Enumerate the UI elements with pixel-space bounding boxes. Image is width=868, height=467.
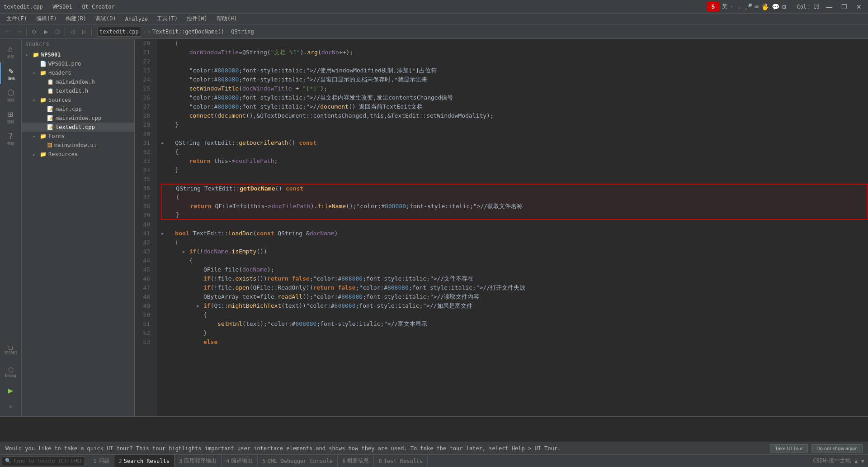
- activity-item-run-bottom[interactable]: ▶: [0, 381, 22, 399]
- activity-item-debug[interactable]: ⬡ 调试: [0, 84, 22, 106]
- activity-item-debug2[interactable]: ⬡ Debug: [0, 363, 22, 381]
- tree-item[interactable]: ▾📁Sources: [22, 95, 134, 105]
- tab-num: 2: [119, 458, 122, 464]
- bottom-tab-8[interactable]: 8Test Results: [374, 455, 428, 467]
- toolbar-run-btn[interactable]: ▶: [40, 26, 51, 37]
- project-label: 项目: [7, 119, 14, 124]
- toolbar-next-btn[interactable]: ▷: [79, 26, 90, 37]
- bottom-tab-2[interactable]: 2Search Results: [114, 455, 175, 467]
- activity-item-warning[interactable]: ⚠: [0, 399, 22, 413]
- activity-item-edit[interactable]: ✎ 编辑: [0, 62, 22, 84]
- line-number: 41: [135, 229, 154, 238]
- tab-label: Search Results: [124, 458, 170, 464]
- tree-item[interactable]: 📝mainwindow.cpp: [22, 114, 134, 123]
- search-placeholder: Type to locate (Ctrl+K): [13, 458, 82, 464]
- tree-arrow: ▾: [33, 98, 38, 103]
- activity-item-project[interactable]: ⊞ 项目: [0, 106, 22, 128]
- search-icon: 🔍: [5, 458, 11, 464]
- toolbar-prev-btn[interactable]: ◁: [67, 26, 78, 37]
- bottom-tab-1[interactable]: 1问题: [89, 455, 114, 467]
- tab-num: 8: [378, 458, 382, 464]
- menu-item[interactable]: 文件(F): [2, 14, 32, 24]
- tree-item[interactable]: ▾📁WPS001: [22, 50, 134, 59]
- breadcrumb-close-btn[interactable]: ✕: [148, 29, 151, 34]
- line-number: 31: [135, 138, 154, 148]
- tree-icon: 📝: [47, 106, 54, 112]
- forward-btn[interactable]: →: [14, 26, 24, 37]
- breadcrumb-file[interactable]: textedit.cpp: [97, 27, 141, 37]
- tree-label: mainwindow.cpp: [56, 115, 101, 121]
- line-number: 50: [135, 310, 154, 319]
- line-number: 39: [135, 211, 154, 220]
- line-number: 51: [135, 319, 154, 329]
- menu-item[interactable]: Analyze: [121, 14, 153, 24]
- welcome-icon: ⌂: [8, 44, 13, 54]
- tree-item[interactable]: ▾📁Forms: [22, 132, 134, 141]
- menu-item[interactable]: 帮助(H): [212, 14, 242, 24]
- wps-lang[interactable]: 英: [722, 3, 727, 10]
- debug-label: 调试: [7, 98, 14, 103]
- breadcrumb-method[interactable]: TextEdit::getDocName(): [152, 29, 224, 35]
- code-line: ▸ bool TextEdit::loadDoc(const QString &…: [161, 229, 868, 238]
- tree-icon: 📁: [40, 133, 47, 139]
- code-editor[interactable]: 2021222324252627282930313233343536373839…: [135, 39, 868, 416]
- code-line: {: [161, 310, 868, 319]
- tree-item[interactable]: ▸📁Resources: [22, 150, 134, 159]
- code-line: {: [161, 148, 868, 157]
- code-line: return this->docFilePath;: [161, 157, 868, 166]
- activity-item-help[interactable]: ? 帮助: [0, 128, 22, 149]
- tree-item[interactable]: 📝textedit.cpp: [22, 123, 134, 132]
- wps-grid-icon[interactable]: ⊞: [782, 3, 786, 10]
- wps-punct: ·: [730, 4, 733, 10]
- edit-label: 编辑: [8, 76, 15, 81]
- menu-item[interactable]: 控件(W): [182, 14, 212, 24]
- activity-item-ips001[interactable]: □ YPS001: [0, 336, 22, 363]
- win-minimize-btn[interactable]: —: [823, 2, 835, 11]
- app-window: textedit.cpp — WPS001 — Qt Creator S 英 ·…: [0, 0, 868, 467]
- breadcrumb-return[interactable]: QString: [231, 29, 254, 35]
- tree-item[interactable]: 🖼mainwindow.ui: [22, 141, 134, 150]
- menu-item[interactable]: 构建(B): [61, 14, 91, 24]
- wps-keyboard-icon[interactable]: ⌨: [755, 3, 759, 10]
- wps-mic-icon[interactable]: 🎤: [745, 3, 752, 10]
- line-number: 52: [135, 329, 154, 338]
- take-tour-btn[interactable]: Take UI Tour: [770, 444, 808, 453]
- title-bar-right: S 英 · ， 🎤 ⌨ 🖐 💬 ⊞ Col: 19 — ❐ ✕: [707, 2, 864, 12]
- tree-item[interactable]: ▾📁Headers: [22, 68, 134, 77]
- menu-item[interactable]: 编辑(E): [32, 14, 61, 24]
- line-number: 46: [135, 274, 154, 283]
- tour-message: Would you like to take a quick UI tour? …: [5, 445, 764, 452]
- back-btn[interactable]: ←: [2, 26, 13, 37]
- status-arrows[interactable]: ▲ ▼: [854, 458, 864, 464]
- tree-label: Sources: [48, 97, 71, 103]
- tree-label: WPS001: [41, 52, 61, 58]
- win-close-btn[interactable]: ✕: [854, 2, 864, 11]
- tree-item[interactable]: 📋textedit.h: [22, 86, 134, 95]
- bottom-tab-4[interactable]: 4编译输出: [222, 455, 258, 467]
- activity-item-welcome[interactable]: ⌂ 欢迎: [0, 41, 22, 62]
- code-line: connect(document(),&QTextDocument::conte…: [161, 111, 868, 120]
- menu-item[interactable]: 工具(T): [152, 14, 182, 24]
- wps-hand-icon[interactable]: 🖐: [761, 3, 769, 10]
- code-line: setHtml(text);"color:#808080;font-style:…: [161, 319, 868, 329]
- wps-chat-icon[interactable]: 💬: [772, 3, 779, 10]
- bottom-tab-5[interactable]: 5QML Debugger Console: [258, 455, 338, 467]
- toolbar-debug-btn[interactable]: ⬡: [52, 26, 63, 37]
- tree-item[interactable]: 📋mainwindow.h: [22, 77, 134, 86]
- code-content[interactable]: { docWindowTitle=QString("文档 %1").arg(do…: [157, 39, 868, 416]
- search-box[interactable]: 🔍 Type to locate (Ctrl+K): [2, 456, 85, 466]
- toolbar-sep1: [26, 27, 27, 36]
- menu-item[interactable]: 调试(D): [91, 14, 121, 24]
- run-bottom-icon: ▶: [8, 386, 13, 395]
- dismiss-tour-btn[interactable]: Do not show again: [811, 444, 863, 453]
- win-restore-btn[interactable]: ❐: [839, 2, 850, 11]
- tree-icon: 📁: [40, 151, 47, 157]
- bottom-tab-6[interactable]: 6概要信息: [338, 455, 374, 467]
- toolbar-build-btn[interactable]: ⊙: [28, 26, 39, 37]
- code-line: }: [161, 329, 868, 338]
- tree-item[interactable]: 📝main.cpp: [22, 105, 134, 114]
- bottom-tab-3[interactable]: 3应用程序输出: [175, 455, 222, 467]
- tree-item[interactable]: 📄WPS001.pro: [22, 59, 134, 68]
- code-line: }: [161, 120, 868, 129]
- bottom-panel: [0, 416, 868, 442]
